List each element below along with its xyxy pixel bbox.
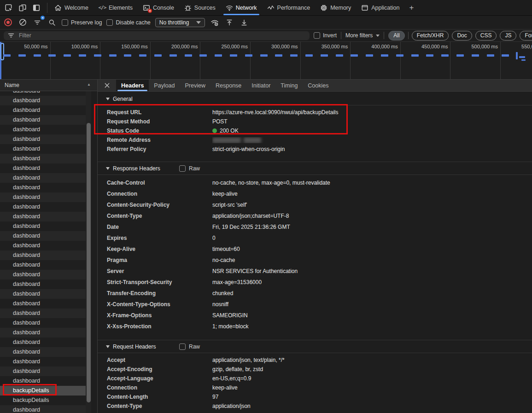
request-row-dashboard[interactable]: dashboard (0, 231, 86, 241)
request-row-dashboard[interactable]: dashboard (0, 202, 86, 212)
request-row-dashboard[interactable]: dashboard (0, 405, 86, 413)
details-tab-preview[interactable]: Preview (180, 80, 210, 91)
requests-scrollbar[interactable] (86, 91, 91, 413)
request-row-dashboard[interactable]: dashboard (0, 163, 86, 173)
section-title: General (113, 96, 133, 102)
tab-label: Elements (109, 5, 133, 11)
code-brackets-icon: </> (99, 4, 106, 12)
tab-elements[interactable]: </> Elements (94, 0, 138, 15)
raw-checkbox[interactable]: Raw (179, 343, 200, 350)
filter-pill-font[interactable]: Font (520, 31, 532, 41)
timeline-column: 250,000 ms (200, 42, 251, 79)
network-overview-timeline[interactable]: 50,000 ms 100,000 ms 150,000 ms 200,000 … (0, 42, 532, 80)
more-filters-button[interactable]: More filters (345, 32, 380, 39)
request-row-dashboard[interactable]: dashboard (0, 376, 86, 386)
request-row-dashboard[interactable]: dashboard (0, 96, 86, 105)
request-row-dashboard[interactable]: dashboard (0, 299, 86, 308)
disable-cache-checkbox[interactable]: Disable cache (106, 19, 150, 26)
tab-network[interactable]: Network (221, 0, 262, 15)
record-network-log-button[interactable] (3, 17, 13, 28)
request-row-dashboard[interactable]: dashboard (0, 328, 86, 337)
export-har-button[interactable] (239, 17, 249, 28)
filter-pill-doc[interactable]: Doc (452, 31, 472, 41)
details-tab-cookies[interactable]: Cookies (303, 80, 333, 91)
request-activity-cluster (516, 52, 518, 59)
preserve-log-checkbox[interactable]: Preserve log (62, 19, 102, 26)
request-row-dashboard[interactable]: dashboard (0, 183, 86, 192)
details-tab-timing[interactable]: Timing (275, 80, 303, 91)
panel-layout-icon[interactable] (30, 2, 42, 14)
request-row-dashboard[interactable]: dashboard (0, 357, 86, 366)
inspect-element-icon[interactable] (3, 2, 15, 14)
search-button[interactable] (47, 17, 57, 28)
request-row-dashboard[interactable]: dashboard (0, 347, 86, 357)
request-row-dashboard[interactable]: dashboard (0, 289, 86, 299)
network-conditions-icon[interactable] (210, 17, 220, 28)
tab-application[interactable]: Application (356, 0, 404, 15)
request-row-dashboard[interactable]: dashboard (0, 91, 86, 96)
request-row-backupDetails[interactable]: backupDetails (0, 386, 86, 396)
details-tab-response[interactable]: Response (210, 80, 246, 91)
section-header[interactable]: General (98, 93, 532, 105)
request-row-dashboard[interactable]: dashboard (0, 241, 86, 250)
request-row-backupDetails[interactable]: backupDetails (0, 396, 86, 405)
details-tab-initiator[interactable]: Initiator (246, 80, 275, 91)
name-column-header[interactable]: Name ▲ (0, 80, 97, 91)
invert-checkbox[interactable]: Invert (314, 32, 337, 39)
request-row-dashboard[interactable]: dashboard (0, 279, 86, 289)
section-header[interactable]: Request Headers Raw (98, 340, 532, 353)
tab-memory[interactable]: Memory (315, 0, 356, 15)
request-row-dashboard[interactable]: dashboard (0, 221, 86, 231)
tab-console[interactable]: × Console (138, 0, 179, 15)
scrollbar-thumb[interactable] (87, 123, 91, 402)
section-header[interactable]: Response Headers Raw (98, 162, 532, 175)
request-row-dashboard[interactable]: dashboard (0, 115, 86, 125)
request-row-dashboard[interactable]: dashboard (0, 134, 86, 144)
clear-network-log-button[interactable] (18, 17, 28, 28)
request-row-dashboard[interactable]: dashboard (0, 173, 86, 183)
request-row-dashboard[interactable]: dashboard (0, 154, 86, 163)
header-value: application/json, text/plain, */* (212, 357, 285, 363)
tab-label: Application (371, 5, 399, 11)
filter-pill-all[interactable]: All (388, 31, 404, 41)
details-tab-headers[interactable]: Headers (116, 80, 149, 91)
header-name: Connection (98, 384, 212, 391)
filter-pill-css[interactable]: CSS (475, 31, 497, 41)
resource-type-filters: AllFetch/XHRDocCSSJSFontImgMedia (388, 31, 532, 41)
device-emulation-icon[interactable] (17, 2, 29, 14)
details-tab-payload[interactable]: Payload (149, 80, 180, 91)
request-activity-dash (487, 54, 494, 57)
header-name: Content-Length (98, 394, 212, 400)
filter-pill-fetchxhr[interactable]: Fetch/XHR (412, 31, 449, 41)
add-panel-button[interactable]: + (404, 0, 418, 15)
request-row-dashboard[interactable]: dashboard (0, 105, 86, 115)
close-details-button[interactable] (98, 80, 116, 91)
preserve-log-label: Preserve log (71, 19, 102, 26)
request-row-dashboard[interactable]: dashboard (0, 212, 86, 221)
raw-checkbox[interactable]: Raw (179, 165, 200, 172)
filter-toggle-button[interactable]: × (32, 17, 42, 28)
filter-pill-js[interactable]: JS (500, 31, 516, 41)
request-row-dashboard[interactable]: dashboard (0, 270, 86, 279)
tab-sources[interactable]: Sources (179, 0, 221, 15)
request-row-dashboard[interactable]: dashboard (0, 318, 86, 328)
import-har-button[interactable] (224, 17, 234, 28)
request-row-dashboard[interactable]: dashboard (0, 337, 86, 347)
request-row-dashboard[interactable]: dashboard (0, 260, 86, 270)
request-row-dashboard[interactable]: dashboard (0, 366, 86, 376)
request-row-dashboard[interactable]: dashboard (0, 125, 86, 134)
request-row-dashboard[interactable]: dashboard (0, 144, 86, 154)
scroll-up-arrow-icon[interactable]: ▲ (86, 82, 92, 87)
request-row-dashboard[interactable]: dashboard (0, 250, 86, 260)
throttling-select[interactable]: No throttling (155, 18, 205, 27)
filter-input[interactable] (18, 32, 306, 39)
request-row-dashboard[interactable]: dashboard (0, 308, 86, 318)
header-name: Date (98, 224, 212, 230)
header-row: X-Xss-Protection 1; mode=block (98, 321, 532, 332)
tab-welcome[interactable]: Welcome (49, 0, 94, 15)
panel-tabs: Welcome </> Elements × Console Sources N… (49, 0, 404, 15)
tab-performance[interactable]: Performance (262, 0, 316, 15)
header-row: Content-Security-Policy script-src 'self… (98, 199, 532, 210)
header-row: Status Code 200 OK (98, 126, 532, 135)
request-row-dashboard[interactable]: dashboard (0, 192, 86, 202)
